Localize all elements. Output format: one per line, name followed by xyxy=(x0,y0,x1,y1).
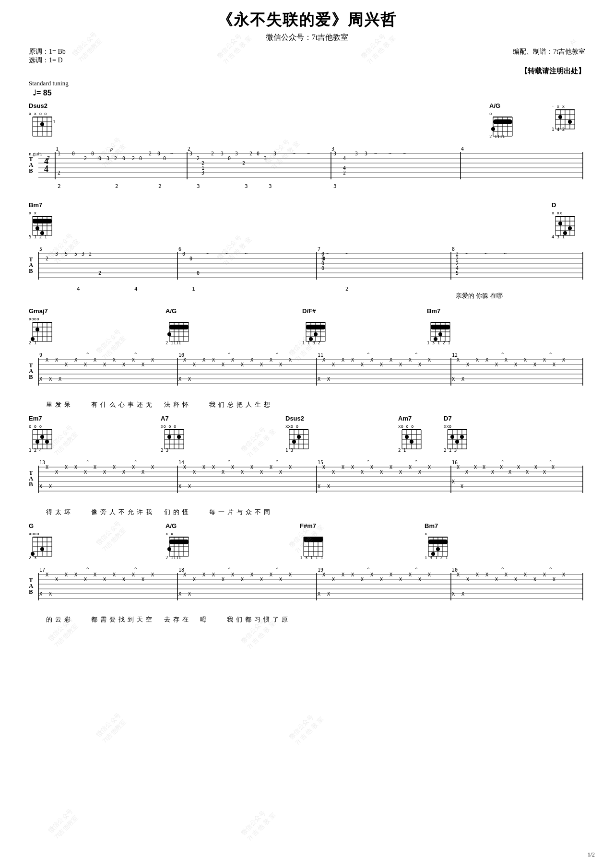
svg-text:X: X xyxy=(39,484,42,489)
svg-text:^: ^ xyxy=(415,459,418,464)
svg-rect-217 xyxy=(169,325,189,329)
svg-text:X: X xyxy=(222,469,224,475)
svg-text:X: X xyxy=(270,357,272,363)
svg-text:~: ~ xyxy=(225,251,228,257)
svg-text:X: X xyxy=(55,577,58,582)
svg-text:X: X xyxy=(94,572,96,577)
svg-text:X: X xyxy=(151,572,154,577)
svg-text:X: X xyxy=(380,577,383,582)
svg-text:^: ^ xyxy=(134,567,137,572)
svg-text:^: ^ xyxy=(276,459,279,464)
svg-text:2  1: 2 1 xyxy=(29,340,36,344)
svg-text:X: X xyxy=(188,484,191,489)
svg-text:X: X xyxy=(327,376,330,382)
svg-text:5: 5 xyxy=(456,270,459,276)
tab-section-5: T A B 17 18 19 20 X X X X X X X X X X X … xyxy=(29,561,585,614)
svg-text:3: 3 xyxy=(201,170,204,176)
svg-text:X: X xyxy=(505,572,508,577)
svg-text:2  3: 2 3 xyxy=(29,555,36,559)
svg-text:X: X xyxy=(231,357,234,363)
svg-point-40 xyxy=(568,120,572,124)
svg-text:X: X xyxy=(65,572,68,577)
svg-text:X: X xyxy=(399,362,402,367)
tempo-label: ♩= 85 xyxy=(33,88,52,97)
svg-text:X: X xyxy=(49,376,52,382)
svg-point-343 xyxy=(35,440,39,444)
chord-dfs-diagram: 1 1 3 2 xyxy=(302,316,336,344)
svg-text:~: ~ xyxy=(389,151,391,156)
svg-text:X: X xyxy=(65,465,68,470)
svg-text:3: 3 xyxy=(197,183,200,189)
watermark-17: 微信公众号7t吉他教室 xyxy=(94,711,129,745)
svg-text:X: X xyxy=(202,357,205,363)
svg-text:4: 4 xyxy=(343,156,346,161)
chord-d7: D7 xxo 2 1 3 xyxy=(444,415,475,452)
svg-text:X: X xyxy=(193,577,196,582)
chord-ag-2: A/G 2 1111 xyxy=(165,307,197,344)
chord-row-4: Em7 o o o 1 2 4 A7 xyxy=(29,415,585,452)
svg-text:X: X xyxy=(222,362,224,367)
svg-text:X: X xyxy=(193,469,196,475)
svg-text:X: X xyxy=(122,362,125,367)
svg-text:4: 4 xyxy=(44,164,48,174)
chord-fsm7: F#m7 1 3 1 1 1 xyxy=(300,522,331,559)
svg-text:X: X xyxy=(476,357,479,363)
svg-text:X: X xyxy=(553,577,555,582)
chord-g: G xooo 2 3 xyxy=(29,522,60,559)
svg-text:~: ~ xyxy=(245,251,248,257)
svg-text:1 3: 1 3 xyxy=(53,119,58,124)
svg-text:X: X xyxy=(428,357,431,363)
svg-text:^: ^ xyxy=(134,459,137,464)
svg-text:X: X xyxy=(183,572,186,577)
page-number: 1/2 xyxy=(588,851,595,858)
svg-text:2: 2 xyxy=(132,156,135,161)
chord-dfs: D/F# 1 1 3 2 xyxy=(302,307,336,344)
svg-text:xxo  o: xxo o xyxy=(285,424,298,429)
svg-text:^: ^ xyxy=(549,567,552,572)
svg-text:^: ^ xyxy=(501,352,504,357)
svg-text:13: 13 xyxy=(39,460,45,465)
svg-text:X: X xyxy=(483,465,485,470)
svg-text:B: B xyxy=(29,481,33,488)
svg-text:X: X xyxy=(46,357,48,363)
svg-text:X: X xyxy=(74,357,77,363)
svg-text:X: X xyxy=(49,591,52,597)
chord-row-3: Gmaj7 xooo 2 1 A/G xyxy=(29,307,585,344)
tuning-info: Standard tuning xyxy=(29,80,585,87)
svg-text:7: 7 xyxy=(318,246,320,252)
chord-am7-diagram: xo o o 2 1 xyxy=(398,423,425,452)
svg-text:~: ~ xyxy=(504,251,507,257)
svg-text:X: X xyxy=(183,465,186,470)
svg-text:X: X xyxy=(231,465,234,470)
svg-text:3: 3 xyxy=(333,183,337,189)
svg-point-124 xyxy=(35,226,39,230)
svg-text:~: ~ xyxy=(345,251,348,257)
svg-text:2: 2 xyxy=(345,286,349,292)
svg-text:o  o o: o o o xyxy=(29,424,42,429)
svg-text:X: X xyxy=(289,572,292,577)
svg-text:X: X xyxy=(103,469,106,475)
svg-text:X: X xyxy=(461,376,464,382)
svg-text:X: X xyxy=(461,591,464,597)
svg-text:0: 0 xyxy=(197,270,200,276)
svg-text:0: 0 xyxy=(98,156,101,161)
svg-point-400 xyxy=(460,435,464,439)
svg-text:X: X xyxy=(543,469,546,475)
svg-text:X: X xyxy=(327,591,330,597)
svg-text:3: 3 xyxy=(269,183,272,189)
chord-em7: Em7 o o o 1 2 4 xyxy=(29,415,60,452)
svg-rect-244 xyxy=(431,325,450,329)
svg-text:X: X xyxy=(212,465,215,470)
svg-text:3: 3 xyxy=(264,156,267,161)
svg-text:X: X xyxy=(65,362,68,367)
svg-text:X: X xyxy=(46,572,48,577)
svg-text:X: X xyxy=(318,484,320,489)
svg-text:4 3 1: 4 3 1 xyxy=(552,235,565,238)
svg-point-385 xyxy=(405,435,409,439)
svg-text:1: 1 xyxy=(192,286,195,292)
svg-text:X: X xyxy=(562,572,565,577)
svg-text:X: X xyxy=(279,577,282,582)
svg-text:~: ~ xyxy=(206,251,209,257)
svg-text:o: o xyxy=(44,111,47,116)
svg-text:X: X xyxy=(457,572,460,577)
